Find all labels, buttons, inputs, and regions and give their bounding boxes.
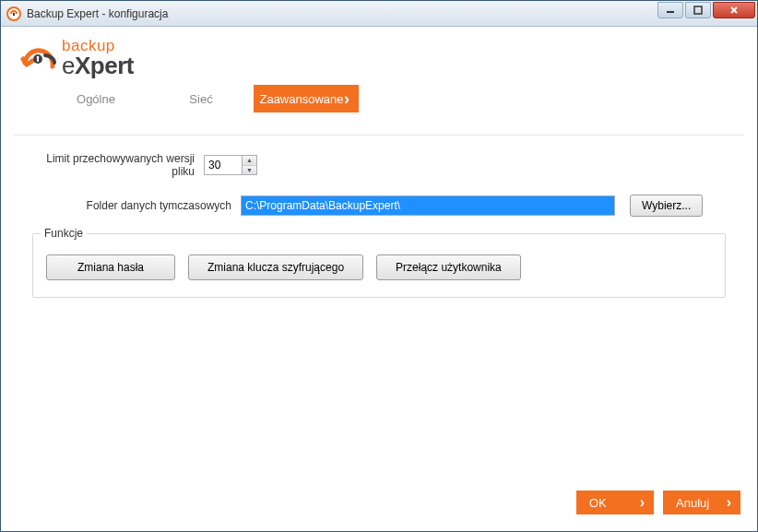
tab-general[interactable]: Ogólne: [43, 85, 148, 112]
tab-network[interactable]: Sieć: [148, 85, 254, 112]
logo-icon: [19, 39, 58, 77]
change-password-button[interactable]: Zmiana hasła: [46, 254, 175, 280]
row-temp-folder: Folder danych tymczasowych Wybierz...: [32, 195, 726, 217]
temp-folder-label: Folder danych tymczasowych: [32, 199, 231, 212]
app-window: Backup Expert - konfiguracja backup: [0, 0, 758, 532]
logo-line2: eXpert: [62, 53, 134, 77]
logo-text: backup eXpert: [62, 38, 134, 77]
ok-label: OK: [589, 496, 607, 510]
minimize-button[interactable]: [657, 2, 683, 18]
row-version-limit: Limit przechowywanych wersji pliku ▲ ▼: [32, 152, 726, 178]
cancel-button[interactable]: Anuluj›: [663, 491, 740, 514]
titlebar: Backup Expert - konfiguracja: [1, 1, 757, 27]
spinner-up-icon[interactable]: ▲: [243, 156, 256, 166]
chevron-right-icon: ›: [640, 494, 645, 511]
app-icon: [6, 6, 21, 21]
version-limit-label: Limit przechowywanych wersji pliku: [32, 152, 195, 178]
tab-panel-advanced: Limit przechowywanych wersji pliku ▲ ▼ F…: [14, 112, 744, 487]
functions-legend: Funkcje: [41, 227, 87, 240]
spinner-buttons: ▲ ▼: [243, 155, 257, 175]
svg-point-8: [37, 55, 40, 58]
dialog-footer: OK› Anuluj›: [14, 487, 744, 518]
svg-rect-1: [13, 13, 15, 16]
window-title: Backup Expert - konfiguracja: [27, 7, 752, 20]
close-button[interactable]: [713, 2, 755, 18]
version-limit-input[interactable]: [204, 155, 243, 175]
tab-bar: Ogólne Sieć Zaawansowane: [43, 85, 744, 112]
maximize-button[interactable]: [685, 2, 711, 18]
ok-button[interactable]: OK›: [576, 491, 654, 514]
tab-advanced[interactable]: Zaawansowane: [254, 85, 359, 112]
cancel-label: Anuluj: [676, 496, 709, 510]
svg-rect-3: [694, 6, 702, 14]
switch-user-button[interactable]: Przełącz użytkownika: [376, 254, 521, 280]
temp-folder-input[interactable]: [241, 195, 615, 216]
chevron-right-icon: ›: [727, 494, 731, 511]
change-encryption-key-button[interactable]: Zmiana klucza szyfrującego: [188, 254, 363, 280]
spinner-down-icon[interactable]: ▼: [243, 166, 256, 175]
browse-button[interactable]: Wybierz...: [630, 195, 703, 217]
content-area: backup eXpert Ogólne Sieć Zaawansowane L…: [1, 27, 757, 531]
logo: backup eXpert: [19, 38, 744, 77]
window-controls: [656, 2, 755, 18]
functions-row: Zmiana hasła Zmiana klucza szyfrującego …: [46, 254, 712, 280]
functions-fieldset: Funkcje Zmiana hasła Zmiana klucza szyfr…: [32, 233, 726, 298]
version-limit-spinner: ▲ ▼: [204, 155, 257, 175]
